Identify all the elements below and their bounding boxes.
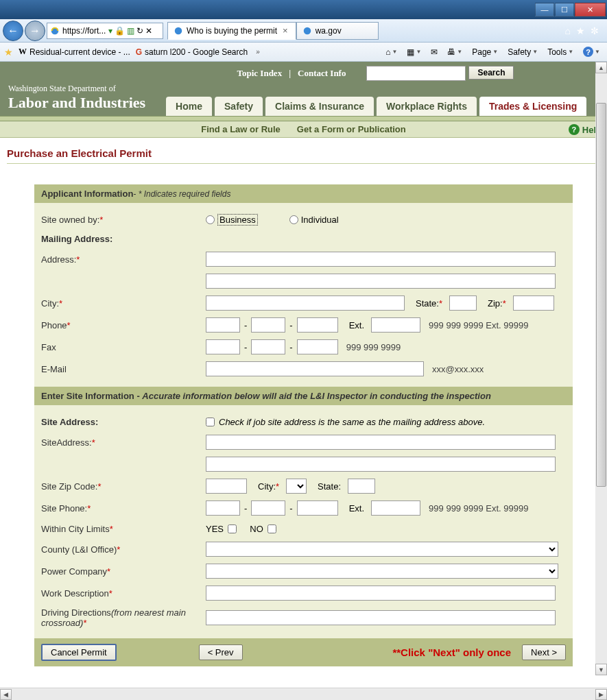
input-site-phone-3[interactable] [297,500,338,516]
forward-button[interactable]: → [25,21,45,41]
label-site-city: City:* [258,481,279,492]
site-header: Topic Index | Contact Info Search Washin… [0,62,607,116]
cmd-help-menu[interactable]: ?▼ [580,45,603,58]
tab-home[interactable]: Home [166,97,212,116]
scroll-thumb[interactable] [596,103,606,487]
cmd-mail-button[interactable]: ✉ [428,46,440,58]
select-site-city[interactable] [286,479,307,494]
input-site-phone-1[interactable] [206,500,240,516]
cmd-home-button[interactable]: ⌂▼ [383,46,400,58]
ie-icon [50,26,60,36]
cancel-permit-button[interactable]: Cancel Permit [41,644,117,661]
site-logo[interactable]: Washington State Department of Labor and… [8,84,145,116]
input-city[interactable] [206,295,405,311]
get-form-link[interactable]: Get a Form or Publication [297,124,406,134]
stop-icon[interactable]: ✕ [145,26,152,36]
input-fax-3[interactable] [297,339,338,354]
contact-info-link[interactable]: Contact Info [298,68,346,79]
label-zip: Zip:* [488,298,506,309]
favorite-link[interactable]: G saturn l200 - Google Search [136,47,248,57]
cmd-feeds-button[interactable]: ▦▼ [404,46,424,58]
scroll-right-icon[interactable]: ▶ [595,689,607,700]
mail-icon: ✉ [431,47,438,57]
select-county[interactable] [206,542,558,557]
tab-safety[interactable]: Safety [215,97,263,116]
tab-trades-licensing[interactable]: Trades & Licensing [479,97,586,116]
window-minimize-button[interactable]: — [535,3,554,16]
label-site-ext: Ext. [349,503,364,514]
prev-button[interactable]: < Prev [199,644,243,660]
browser-tab[interactable]: wa.gov [296,22,379,40]
input-email[interactable] [206,361,424,376]
label-ext: Ext. [349,320,364,330]
cmd-safety-menu[interactable]: Safety▼ [505,46,540,58]
tab-claims[interactable]: Claims & Insurance [265,97,374,116]
cert-icon: ▾ [108,26,112,36]
favorites-star-icon[interactable]: ★ [576,25,585,36]
horizontal-scrollbar[interactable]: ◀ ▶ [0,688,607,700]
input-phone-2[interactable] [251,317,285,333]
input-phone-3[interactable] [297,317,338,333]
site-search-button[interactable]: Search [468,66,514,80]
tab-close-icon[interactable]: × [281,25,290,36]
input-address-1[interactable] [206,252,556,267]
scroll-up-icon[interactable]: ▲ [595,62,607,73]
input-work-description[interactable] [206,586,556,601]
window-maximize-button[interactable]: ☐ [555,3,574,16]
label-within-limits: Within City Limits* [41,524,206,534]
checkbox-limits-no[interactable] [267,524,276,533]
find-law-link[interactable]: Find a Law or Rule [201,124,281,134]
browser-tab-active[interactable]: Who is buying the permit × [167,22,296,40]
add-favorite-icon[interactable]: ★ [4,47,13,58]
input-site-zip[interactable] [206,479,247,494]
favorite-link[interactable]: W Residual-current device - ... [19,47,130,57]
label-site-state: State: [318,481,341,492]
radio-individual[interactable] [289,215,298,224]
next-button[interactable]: Next > [522,644,566,660]
ie-icon [302,26,312,36]
window-close-button[interactable]: ✕ [575,3,606,16]
input-zip[interactable] [513,295,554,311]
scroll-down-icon[interactable]: ▼ [595,664,607,675]
favorites-overflow-icon[interactable]: » [253,48,263,56]
command-bar: ⌂▼ ▦▼ ✉ 🖶▼ Page▼ Safety▼ Tools▼ ?▼ [383,45,603,58]
input-phone-ext[interactable] [371,317,420,333]
input-site-state[interactable] [348,479,375,494]
site-search-input[interactable] [366,66,466,81]
topic-index-link[interactable]: Topic Index [237,68,283,79]
label-site-address: Site Address: [41,417,206,427]
input-phone-1[interactable] [206,317,240,333]
scroll-left-icon[interactable]: ◀ [0,689,12,700]
tab-workplace-rights[interactable]: Workplace Rights [377,97,477,116]
label-siteaddress: SiteAddress:* [41,437,206,448]
cmd-page-menu[interactable]: Page▼ [469,46,501,58]
next-warning-text: **Click "Next" only once [392,647,511,658]
address-bar[interactable]: https://fort... ▾ 🔒 ▥ ↻ ✕ [47,23,163,39]
input-fax-2[interactable] [251,339,285,354]
input-site-address-2[interactable] [206,457,556,472]
input-site-phone-ext[interactable] [371,500,420,516]
select-power-company[interactable] [206,564,558,579]
input-site-phone-2[interactable] [251,500,285,516]
checkbox-same-address[interactable] [206,418,215,426]
address-url: https://fort... [62,26,106,36]
input-state[interactable] [449,295,477,311]
input-address-2[interactable] [206,274,556,289]
tools-gear-icon[interactable]: ✼ [591,25,599,36]
input-site-address-1[interactable] [206,435,556,450]
compat-icon[interactable]: ▥ [127,26,134,36]
checkbox-limits-yes[interactable] [228,524,237,533]
label-power-company: Power Company* [41,566,206,577]
cmd-tools-menu[interactable]: Tools▼ [545,46,576,58]
divider [0,116,607,121]
vertical-scrollbar[interactable]: ▲ ▼ [595,62,607,675]
input-driving-directions[interactable] [206,610,556,625]
browser-nav-row: ← → https://fort... ▾ 🔒 ▥ ↻ ✕ Who is buy… [0,19,607,43]
tab-title: wa.gov [316,26,342,36]
cmd-print-button[interactable]: 🖶▼ [444,46,465,58]
input-fax-1[interactable] [206,339,240,354]
back-button[interactable]: ← [3,21,23,41]
refresh-icon[interactable]: ↻ [136,26,143,36]
radio-business[interactable] [206,215,215,224]
home-icon[interactable]: ⌂ [565,25,571,36]
